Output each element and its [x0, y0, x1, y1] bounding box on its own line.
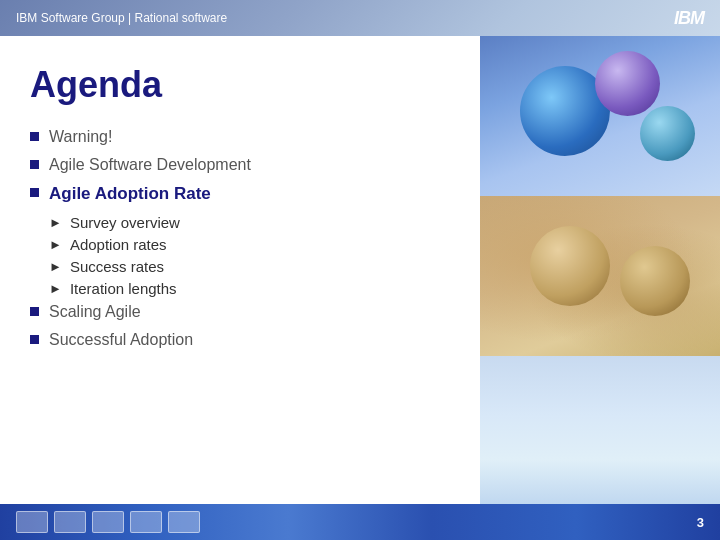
thumbnail-3 — [92, 511, 124, 533]
list-item: Agile Software Development — [30, 156, 450, 174]
sand-sphere-icon — [530, 226, 610, 306]
arrow-icon: ► — [49, 215, 62, 230]
list-item: ► Success rates — [49, 258, 450, 275]
header-title: IBM Software Group | Rational software — [16, 11, 227, 25]
bullet-icon — [30, 335, 39, 344]
right-panel — [480, 36, 720, 504]
list-item: Scaling Agile — [30, 303, 450, 321]
list-item: ► Iteration lengths — [49, 280, 450, 297]
sub-items-list: ► Survey overview ► Adoption rates ► Suc… — [49, 214, 450, 297]
list-item: Warning! — [30, 128, 450, 146]
main-content: Agenda Warning! Agile Software Developme… — [0, 36, 720, 504]
list-item: Agile Adoption Rate — [30, 184, 450, 204]
decorative-image-top — [480, 36, 720, 196]
ibm-logo: IBM — [674, 8, 704, 29]
footer-thumbnails — [16, 511, 200, 533]
sub-item-label: Survey overview — [70, 214, 180, 231]
footer-bar: 3 — [0, 504, 720, 540]
agenda-item-label: Successful Adoption — [49, 331, 193, 349]
arrow-icon: ► — [49, 259, 62, 274]
sand-sphere-icon — [620, 246, 690, 316]
sub-item-label: Success rates — [70, 258, 164, 275]
thumbnail-5 — [168, 511, 200, 533]
page-number: 3 — [697, 515, 704, 530]
bullet-icon — [30, 307, 39, 316]
left-panel: Agenda Warning! Agile Software Developme… — [0, 36, 480, 504]
thumbnail-4 — [130, 511, 162, 533]
list-item: ► Survey overview — [49, 214, 450, 231]
arrow-icon: ► — [49, 237, 62, 252]
sub-item-label: Adoption rates — [70, 236, 167, 253]
decorative-image-bot — [480, 356, 720, 504]
bullet-icon — [30, 160, 39, 169]
agenda-item-label: Agile Software Development — [49, 156, 251, 174]
bullet-icon — [30, 188, 39, 197]
sphere-purple-icon — [595, 51, 660, 116]
thumbnail-2 — [54, 511, 86, 533]
list-item: Successful Adoption — [30, 331, 450, 349]
top-bar: IBM Software Group | Rational software I… — [0, 0, 720, 36]
agenda-item-label: Scaling Agile — [49, 303, 141, 321]
agenda-item-label: Warning! — [49, 128, 112, 146]
bullet-icon — [30, 132, 39, 141]
thumbnail-1 — [16, 511, 48, 533]
page-title: Agenda — [30, 64, 450, 106]
list-item: ► Adoption rates — [49, 236, 450, 253]
decorative-image-mid — [480, 196, 720, 356]
sub-item-label: Iteration lengths — [70, 280, 177, 297]
sphere-teal-icon — [640, 106, 695, 161]
arrow-icon: ► — [49, 281, 62, 296]
agenda-item-label: Agile Adoption Rate — [49, 184, 211, 204]
